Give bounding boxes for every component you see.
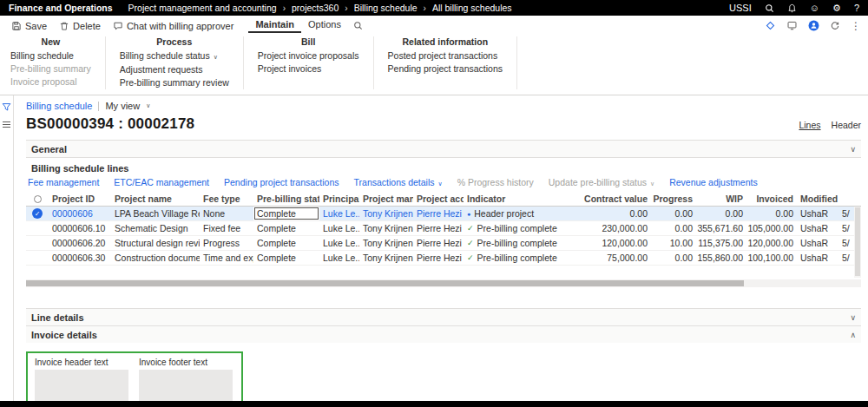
tab-options[interactable]: Options [301, 18, 348, 33]
cell-progress: 10.00 [651, 236, 696, 250]
grid-row[interactable]: 00000606.30Construction documentsTime an… [26, 251, 861, 266]
tab-maintain[interactable]: Maintain [248, 18, 301, 33]
grid-row[interactable]: 00000606.10Schematic DesignFixed feeComp… [26, 221, 861, 236]
ribbon-item[interactable]: Project invoice proposals [258, 49, 359, 62]
cell-project_id[interactable]: 00000606.20 [49, 236, 111, 250]
col-header-fee_type[interactable]: Fee type [200, 192, 253, 206]
bottom-bar [0, 401, 868, 407]
col-header-pre_billing_status[interactable]: Pre-billing status [253, 192, 319, 206]
grid-toolbar-item[interactable]: % Progress history [457, 177, 534, 187]
breadcrumb-item[interactable]: Project management and accounting [128, 3, 277, 13]
cell-project_accountant: Pierre Hezi [413, 251, 464, 265]
col-header-wip[interactable]: WIP [696, 192, 746, 206]
vertical-scrollbar-thumb[interactable] [855, 207, 860, 276]
feedback-icon[interactable]: ☺ [810, 3, 819, 13]
col-header-project_id[interactable]: Project ID [49, 192, 111, 206]
breadcrumb-item[interactable]: All billing schedules [432, 3, 512, 13]
device-icon[interactable] [786, 20, 798, 31]
breadcrumb-item[interactable]: Billing schedule [354, 3, 418, 13]
header-link[interactable]: Header [832, 120, 861, 130]
row-checkbox[interactable] [26, 236, 49, 250]
grid-toolbar-item[interactable]: Transactions details∨ [354, 177, 443, 187]
invoice-footer-field: Invoice footer text [139, 358, 233, 401]
ribbon-item[interactable]: Pre-billing summary [10, 62, 91, 75]
ribbon-item[interactable]: Posted project transactions [388, 49, 503, 62]
invoice-footer-textarea[interactable] [139, 370, 233, 401]
refresh-icon[interactable] [830, 21, 840, 31]
grid-toolbar-item[interactable]: Fee management [28, 177, 99, 187]
more-icon[interactable]: ⋮ [851, 21, 861, 31]
help-icon[interactable]: ? [854, 3, 859, 13]
cell-invoiced: 100,100.00 [746, 251, 797, 265]
delete-icon [59, 21, 69, 31]
horizontal-scrollbar-thumb[interactable] [26, 280, 744, 286]
breadcrumb-separator: › [283, 3, 286, 13]
horizontal-scrollbar[interactable] [26, 279, 861, 287]
ribbon-item[interactable]: Billing schedule status∨ [120, 49, 229, 63]
grid-row[interactable]: ✓00000606LPA Beach Village ResortNoneCom… [26, 207, 861, 221]
view-selector[interactable]: My view [105, 101, 140, 111]
row-checkbox[interactable]: ✓ [26, 207, 49, 220]
cell-project_id[interactable]: 00000606.10 [49, 221, 111, 235]
col-header-modified_by[interactable]: Modified by [797, 192, 838, 206]
search-icon[interactable] [765, 3, 774, 13]
cell-project_id[interactable]: 00000606.30 [49, 251, 111, 265]
ribbon-item[interactable]: Adjustment requests [120, 63, 229, 76]
chat-icon [113, 21, 123, 31]
ribbon: NewBilling schedulePre-billing summaryIn… [0, 34, 868, 95]
cell-project_manager[interactable]: Tony Krijnen [359, 207, 413, 220]
ribbon-item[interactable]: Billing schedule [10, 49, 91, 62]
cell-wip: 355,671.60 [696, 221, 746, 235]
grid-toolbar-item[interactable]: Pending project transactions [224, 177, 339, 187]
chevron-down-icon[interactable]: ∨ [146, 102, 150, 109]
section-line-details[interactable]: Line details ∨ [26, 308, 861, 325]
select-all-checkbox[interactable] [26, 192, 49, 206]
section-line-details-title: Line details [31, 312, 84, 323]
section-invoice-details[interactable]: Invoice details ∧ [26, 325, 861, 343]
presence-icon[interactable] [808, 20, 819, 31]
ribbon-group-title: New [10, 36, 91, 47]
grid-toolbar-item[interactable]: Update pre-billing status∨ [549, 177, 654, 187]
ribbon-item[interactable]: Pending project transactions [388, 62, 503, 75]
grid-body: ✓00000606LPA Beach Village ResortNoneCom… [26, 207, 861, 266]
checkbox-circle [34, 195, 42, 203]
col-header-contract_value[interactable]: Contract value [582, 192, 651, 206]
col-header-invoiced[interactable]: Invoiced [746, 192, 797, 206]
ribbon-item[interactable]: Invoice proposal [10, 75, 91, 89]
share-icon[interactable] [765, 20, 776, 31]
grid-row[interactable]: 00000606.20Structural design reviewProgr… [26, 236, 861, 251]
cell-project_manager: Tony Krijnen [359, 251, 413, 265]
col-header-project_name[interactable]: Project name [111, 192, 200, 206]
vertical-scrollbar[interactable] [854, 207, 861, 278]
save-button[interactable]: Save [5, 18, 53, 34]
view-divider [98, 102, 99, 111]
view-tab-billing-schedule[interactable]: Billing schedule [26, 101, 92, 111]
cell-project_id[interactable]: 00000606 [49, 207, 111, 220]
alerts-icon[interactable] [787, 3, 797, 13]
lines-link[interactable]: Lines [799, 120, 820, 130]
invoice-header-textarea[interactable] [35, 370, 128, 401]
task-list-icon[interactable] [2, 121, 11, 128]
filter-icon[interactable] [2, 102, 11, 112]
chat-with-billing-approver-button[interactable]: Chat with billing approver [107, 18, 240, 34]
col-header-principal[interactable]: Principal [319, 192, 359, 206]
section-general[interactable]: General ∨ [26, 140, 861, 157]
cell-principal[interactable]: Luke Le... [319, 207, 359, 220]
command-search-icon[interactable] [353, 21, 363, 30]
breadcrumb-item[interactable]: projects360 [292, 3, 339, 13]
settings-icon[interactable]: ⚙ [832, 3, 841, 13]
app-title[interactable]: Finance and Operations [9, 3, 113, 13]
row-checkbox[interactable] [26, 221, 49, 235]
row-checkbox[interactable] [26, 251, 49, 265]
col-header-modified_date[interactable] [838, 192, 861, 206]
grid-toolbar-item[interactable]: ETC/EAC management [114, 177, 209, 187]
cell-project_accountant[interactable]: Pierre Hezi [413, 207, 464, 220]
col-header-project_accountant[interactable]: Project acco... [413, 192, 464, 206]
grid-toolbar-item[interactable]: Revenue adjustments [669, 177, 758, 187]
ribbon-item[interactable]: Project invoices [258, 62, 359, 75]
col-header-indicator[interactable]: Indicator [464, 192, 582, 206]
ribbon-item[interactable]: Pre-billing summary review [120, 76, 229, 89]
delete-button[interactable]: Delete [53, 18, 107, 34]
col-header-progress[interactable]: % Progress [651, 192, 696, 206]
col-header-project_manager[interactable]: Project manager [359, 192, 413, 206]
